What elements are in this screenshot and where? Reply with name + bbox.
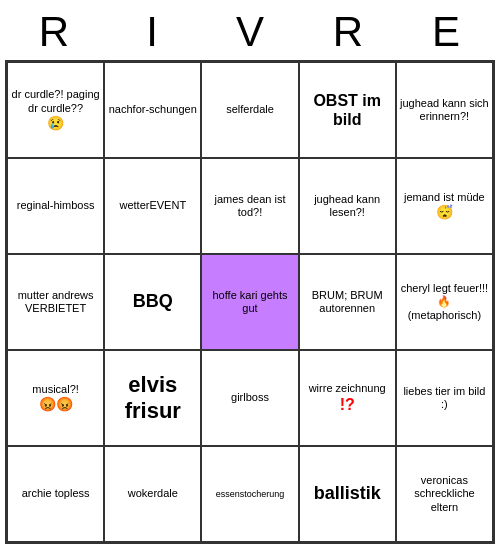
title-letter-v: V — [205, 8, 295, 56]
cell-5-text: reginal-himboss — [17, 199, 95, 212]
cell-9-emoji: 😴 — [436, 204, 453, 221]
cell-18-text: wirre zeichnung — [309, 382, 386, 395]
cell-22: essenstocherung — [201, 446, 298, 542]
cell-11-text: BBQ — [133, 291, 173, 313]
cell-8: jughead kann lesen?! — [299, 158, 396, 254]
cell-0: dr curdle?! paging dr curdle?? 😢 — [7, 62, 104, 158]
cell-1: nachfor-schungen — [104, 62, 201, 158]
cell-22-text: essenstocherung — [216, 489, 285, 500]
cell-7: james dean ist tod?! — [201, 158, 298, 254]
cell-18: wirre zeichnung !? — [299, 350, 396, 446]
cell-6-text: wetterEVENT — [119, 199, 186, 212]
cell-16: elvis frisur — [104, 350, 201, 446]
cell-20-text: archie topless — [22, 487, 90, 500]
cell-24: veronicas schreckliche eltern — [396, 446, 493, 542]
cell-13-text: BRUM; BRUM autorennen — [303, 289, 392, 315]
cell-4: jughead kann sich erinnern?! — [396, 62, 493, 158]
cell-10-text: mutter andrews VERBIETET — [11, 289, 100, 315]
cell-20: archie topless — [7, 446, 104, 542]
bingo-title: R I V R E — [5, 0, 495, 60]
cell-0-text: dr curdle?! paging dr curdle?? — [11, 88, 100, 114]
cell-16-text: elvis frisur — [108, 372, 197, 425]
cell-15-text: musical?! — [32, 383, 78, 396]
cell-21-text: wokerdale — [128, 487, 178, 500]
cell-3: OBST im bild — [299, 62, 396, 158]
bingo-grid: dr curdle?! paging dr curdle?? 😢 nachfor… — [5, 60, 495, 544]
cell-10: mutter andrews VERBIETET — [7, 254, 104, 350]
cell-8-text: jughead kann lesen?! — [303, 193, 392, 219]
title-letter-i: I — [107, 8, 197, 56]
title-letter-r2: R — [303, 8, 393, 56]
cell-12: hoffe kari gehts gut — [201, 254, 298, 350]
cell-5: reginal-himboss — [7, 158, 104, 254]
cell-24-text: veronicas schreckliche eltern — [400, 474, 489, 514]
cell-17-text: girlboss — [231, 391, 269, 404]
cell-1-text: nachfor-schungen — [109, 103, 197, 116]
cell-14: cheryl legt feuer!!! 🔥 (metaphorisch) — [396, 254, 493, 350]
cell-7-text: james dean ist tod?! — [205, 193, 294, 219]
cell-6: wetterEVENT — [104, 158, 201, 254]
cell-12-text: hoffe kari gehts gut — [205, 289, 294, 315]
cell-3-text: OBST im bild — [303, 91, 392, 129]
cell-18-special: !? — [340, 395, 355, 414]
cell-9-text: jemand ist müde — [404, 191, 485, 204]
cell-17: girlboss — [201, 350, 298, 446]
title-letter-r: R — [9, 8, 99, 56]
cell-2-text: selferdale — [226, 103, 274, 116]
cell-19: liebes tier im bild :) — [396, 350, 493, 446]
cell-11: BBQ — [104, 254, 201, 350]
cell-9: jemand ist müde 😴 — [396, 158, 493, 254]
cell-23: ballistik — [299, 446, 396, 542]
cell-4-text: jughead kann sich erinnern?! — [400, 97, 489, 123]
cell-13: BRUM; BRUM autorennen — [299, 254, 396, 350]
cell-23-text: ballistik — [314, 483, 381, 505]
cell-2: selferdale — [201, 62, 298, 158]
cell-15: musical?! 😡😡 — [7, 350, 104, 446]
title-letter-e: E — [401, 8, 491, 56]
cell-14-text: cheryl legt feuer!!! 🔥 (metaphorisch) — [400, 282, 489, 322]
cell-15-emoji: 😡😡 — [39, 396, 73, 413]
cell-21: wokerdale — [104, 446, 201, 542]
cell-0-emoji: 😢 — [47, 115, 64, 132]
cell-19-text: liebes tier im bild :) — [400, 385, 489, 411]
